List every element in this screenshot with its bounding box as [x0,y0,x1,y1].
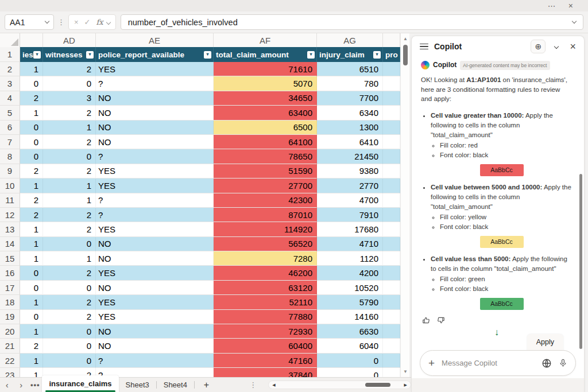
cell[interactable]: 6040 [317,339,383,353]
cell[interactable]: 1 [20,106,43,120]
column-letter[interactable]: AE [96,33,214,47]
scrollbar-dots-icon[interactable]: ⋮ [249,381,257,389]
cell[interactable]: 2770 [317,178,383,193]
cell[interactable]: 0 [43,237,96,251]
cell[interactable]: NO [96,121,214,135]
cell[interactable]: 1 [43,178,96,193]
cell[interactable]: 0 [20,281,43,295]
cell[interactable]: NO [96,237,214,251]
cell[interactable]: 1 [20,237,43,251]
cell[interactable] [383,251,400,266]
formula-bar-expand-icon[interactable] [572,19,577,24]
window-more-icon[interactable]: ⋯ [548,2,556,10]
cell[interactable]: 2 [43,222,96,236]
sheet-tab-sheet4[interactable]: Sheet4 [157,378,194,392]
close-panel-icon[interactable]: × [567,41,578,52]
all-sheets-icon[interactable]: ••• [28,381,42,389]
cell[interactable]: 1 [20,251,43,266]
cell[interactable]: 6340 [317,106,383,120]
cell[interactable]: 0 [43,281,96,295]
cell[interactable]: 2 [20,193,43,208]
row-header[interactable]: 5 [0,106,20,120]
cell[interactable]: 51590 [214,164,317,178]
cell[interactable]: ? [96,193,214,208]
formula-bar[interactable]: number_of_vehicles_involved [121,14,583,30]
cell[interactable]: 6500 [214,121,317,135]
cell[interactable]: 4700 [317,193,383,208]
row-header[interactable]: 22 [0,354,20,368]
cell[interactable]: ? [96,149,214,164]
cell[interactable]: 6410 [317,135,383,149]
insert-function-icon[interactable]: fx [96,18,103,26]
prev-sheet-icon[interactable]: ‹ [0,380,14,390]
scroll-left-icon[interactable]: ◀ [272,383,275,387]
row-header[interactable]: 8 [0,149,20,164]
cell[interactable]: 6510 [317,62,383,76]
cell[interactable]: ? [96,76,214,91]
cell[interactable]: 2 [20,91,43,106]
scroll-up-icon[interactable]: ▲ [401,36,410,41]
cell[interactable]: 2 [20,339,43,353]
grid-vertical-scrollbar[interactable]: ▲ ▼ [400,33,409,377]
cancel-entry-icon[interactable]: × [74,18,79,26]
sheet-tab-sheet3[interactable]: Sheet3 [119,378,156,392]
cell[interactable]: NO [96,324,214,339]
cell[interactable]: 71610 [214,62,317,76]
cell[interactable] [383,339,400,353]
window-close-icon[interactable]: × [568,2,573,10]
cell[interactable]: 9380 [317,164,383,178]
cell[interactable]: YES [96,310,214,324]
cell[interactable]: 7910 [317,208,383,222]
row-header[interactable]: 2 [0,62,20,76]
cell[interactable] [383,76,400,91]
cell[interactable]: ? [96,208,214,222]
cell[interactable]: 60400 [214,339,317,353]
cell[interactable] [383,237,400,251]
cell[interactable]: 6630 [317,324,383,339]
cell[interactable]: 27700 [214,178,317,193]
cell[interactable]: 63400 [214,106,317,120]
row-header[interactable]: 4 [0,91,20,106]
cell[interactable] [383,164,400,178]
cell[interactable]: 46200 [214,266,317,280]
confirm-entry-icon[interactable]: ✓ [84,18,91,26]
collapse-panel-icon[interactable] [554,44,559,49]
cell[interactable]: 0 [43,339,96,353]
column-header-injury_claim[interactable]: injury_claim▾ [317,47,383,62]
cell[interactable]: NO [96,106,214,120]
cell[interactable]: 34650 [214,91,317,106]
sheet-tab-insurance-claims[interactable]: insurance_claims [42,375,118,392]
cell[interactable]: 1 [20,178,43,193]
cell[interactable]: 4710 [317,237,383,251]
cell[interactable]: 1 [20,62,43,76]
cell[interactable]: 0 [20,121,43,135]
cell[interactable]: 2 [43,135,96,149]
cell[interactable]: 10520 [317,281,383,295]
cell[interactable] [383,281,400,295]
copilot-input[interactable]: + Message Copilot [420,350,576,376]
cell[interactable]: 3 [43,91,96,106]
cell[interactable]: ? [96,354,214,368]
cell[interactable]: 2 [20,164,43,178]
cell[interactable]: 0 [317,368,383,377]
column-header-pro[interactable]: pro [383,47,400,62]
cell[interactable]: NO [96,251,214,266]
cell[interactable]: 78650 [214,149,317,164]
column-letter[interactable] [383,33,400,47]
cell[interactable]: 1 [43,193,96,208]
select-all-corner[interactable] [0,33,20,47]
scroll-down-icon[interactable]: ▼ [401,369,410,374]
cell[interactable]: 0 [43,76,96,91]
cell[interactable]: 1120 [317,251,383,266]
cell[interactable]: 1 [20,295,43,309]
web-search-icon[interactable] [541,358,552,368]
row-header[interactable]: 10 [0,178,20,193]
vertical-scroll-thumb[interactable] [403,45,408,65]
cell[interactable]: 1 [20,354,43,368]
cell[interactable]: 2 [43,295,96,309]
cell[interactable]: 0 [43,354,96,368]
cell[interactable] [383,149,400,164]
cell[interactable]: YES [96,164,214,178]
row-header[interactable]: 21 [0,339,20,353]
row-header[interactable]: 15 [0,251,20,266]
